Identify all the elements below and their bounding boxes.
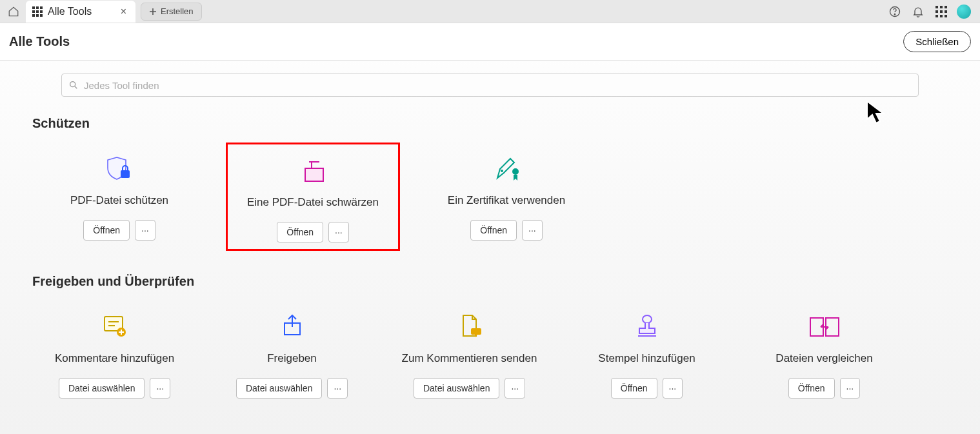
tool-add-comments[interactable]: Kommentare hinzufügen Datei auswählen ··… [32, 301, 197, 405]
new-tab-label: Erstellen [161, 6, 194, 16]
more-button[interactable]: ··· [327, 378, 348, 399]
apps-icon[interactable] [934, 4, 949, 19]
shield-lock-icon [104, 153, 135, 185]
more-button[interactable]: ··· [522, 220, 543, 241]
section-title-share: Freigeben und Überprüfen [32, 274, 948, 289]
select-file-button[interactable]: Datei auswählen [59, 378, 145, 399]
tab-label: Alle Tools [48, 6, 92, 17]
tool-share[interactable]: Freigeben Datei auswählen ··· [210, 301, 374, 405]
tool-add-stamp[interactable]: Stempel hinzufügen Öffnen ··· [565, 301, 729, 405]
more-button[interactable]: ··· [150, 378, 170, 399]
tool-protect-pdf[interactable]: PDF-Datei schützen Öffnen ··· [32, 143, 206, 251]
new-tab-button[interactable]: Erstellen [141, 3, 202, 21]
section-protect: Schützen PDF-Datei schützen Öffnen ··· [32, 116, 948, 251]
tool-certificate[interactable]: Ein Zertifikat verwenden Öffnen ··· [419, 143, 594, 251]
open-button[interactable]: Öffnen [611, 378, 657, 399]
tool-compare-files[interactable]: Dateien vergleichen Öffnen ··· [742, 301, 906, 405]
tab-close-button[interactable]: × [121, 6, 126, 17]
bell-icon[interactable] [910, 4, 926, 19]
tool-label: Freigeben [267, 352, 317, 365]
tool-label: PDF-Datei schützen [70, 194, 168, 207]
open-button[interactable]: Öffnen [83, 220, 130, 241]
search-box[interactable] [61, 74, 919, 97]
more-button[interactable]: ··· [663, 378, 683, 399]
svg-point-5 [501, 170, 503, 172]
pen-certificate-icon [491, 153, 522, 185]
svg-rect-10 [471, 328, 481, 335]
select-file-button[interactable]: Datei auswählen [236, 378, 323, 399]
comment-add-icon [99, 311, 130, 343]
select-file-button[interactable]: Datei auswählen [414, 378, 500, 399]
tool-label: Eine PDF-Datei schwärzen [247, 196, 379, 209]
svg-rect-4 [305, 168, 323, 181]
svg-point-2 [70, 82, 75, 87]
svg-point-6 [512, 168, 519, 175]
page-title: Alle Tools [9, 34, 70, 49]
section-share-review: Freigeben und Überprüfen Kommentare hinz… [32, 274, 948, 405]
tool-label: Zum Kommentieren senden [402, 352, 537, 365]
section-title-protect: Schützen [32, 116, 948, 131]
tool-send-for-comments[interactable]: Zum Kommentieren senden Datei auswählen … [387, 301, 552, 405]
tool-label: Kommentare hinzufügen [55, 352, 174, 365]
avatar[interactable] [957, 5, 971, 19]
app-topbar: Alle Tools × Erstellen [0, 0, 980, 23]
tool-label: Ein Zertifikat verwenden [448, 194, 565, 207]
compare-icon [808, 311, 841, 343]
more-button[interactable]: ··· [135, 220, 155, 241]
share-icon [277, 311, 308, 343]
search-icon [68, 80, 79, 90]
help-icon[interactable] [887, 4, 903, 19]
search-input[interactable] [84, 80, 912, 91]
svg-point-1 [894, 14, 895, 14]
file-comment-icon [454, 311, 485, 343]
tool-label: Stempel hinzufügen [598, 352, 695, 365]
close-button[interactable]: Schließen [903, 31, 971, 52]
apps-grid-icon [32, 6, 43, 17]
page-header: Alle Tools Schließen [0, 23, 980, 61]
tool-redact-pdf[interactable]: Eine PDF-Datei schwärzen Öffnen ··· [226, 143, 400, 251]
open-button[interactable]: Öffnen [277, 222, 323, 242]
tab-all-tools[interactable]: Alle Tools × [26, 1, 135, 23]
more-button[interactable]: ··· [840, 378, 861, 399]
tool-label: Dateien vergleichen [775, 352, 872, 365]
redact-icon [297, 155, 328, 187]
svg-rect-3 [121, 170, 130, 178]
open-button[interactable]: Öffnen [788, 378, 835, 399]
more-button[interactable]: ··· [505, 378, 525, 399]
svg-point-11 [643, 315, 652, 323]
open-button[interactable]: Öffnen [470, 220, 517, 241]
stamp-icon [632, 311, 663, 343]
more-button[interactable]: ··· [328, 222, 349, 242]
home-button[interactable] [4, 2, 23, 21]
